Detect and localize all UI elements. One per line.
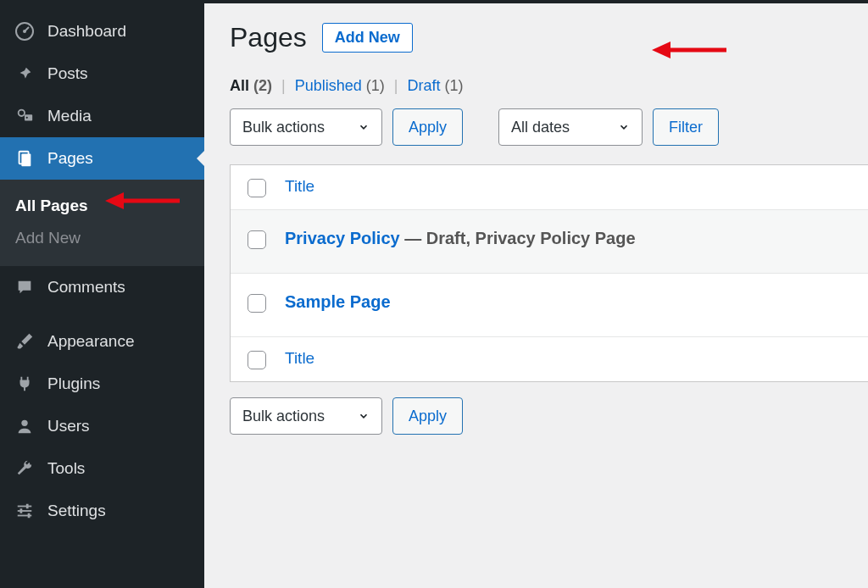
media-icon	[14, 105, 36, 127]
row-checkbox[interactable]	[248, 294, 266, 313]
submenu-item-all-pages[interactable]: All Pages	[0, 190, 204, 222]
pin-icon	[14, 63, 36, 85]
sidebar-item-label: Tools	[47, 459, 85, 478]
sidebar-item-comments[interactable]: Comments	[0, 266, 204, 308]
comment-icon	[14, 276, 36, 298]
table-footer-row: Title	[231, 337, 868, 381]
active-marker	[197, 150, 205, 167]
submenu-item-add-new[interactable]: Add New	[0, 222, 204, 254]
chevron-down-icon	[358, 121, 370, 133]
filter-draft[interactable]: Draft (1)	[408, 77, 464, 94]
sidebar-item-label: Media	[47, 107, 92, 125]
select-label: All dates	[511, 119, 570, 136]
filter-all[interactable]: All (2)	[230, 77, 272, 94]
svg-rect-12	[20, 508, 23, 513]
row-title-link[interactable]: Privacy Policy	[285, 229, 400, 247]
svg-point-4	[26, 117, 28, 119]
sidebar-item-label: Pages	[47, 149, 93, 168]
svg-rect-11	[26, 504, 29, 509]
svg-rect-3	[25, 114, 32, 120]
select-label: Bulk actions	[242, 119, 325, 136]
top-toolbar: Bulk actions Apply All dates Filter	[230, 108, 868, 146]
page-title: Pages	[230, 22, 307, 53]
svg-rect-9	[18, 510, 32, 512]
date-filter-select[interactable]: All dates	[498, 108, 643, 146]
svg-rect-8	[18, 506, 32, 508]
svg-point-1	[23, 30, 26, 33]
sidebar-item-label: Appearance	[47, 332, 134, 351]
bulk-actions-select[interactable]: Bulk actions	[230, 397, 382, 435]
sidebar-item-pages[interactable]: Pages	[0, 137, 204, 180]
filter-published[interactable]: Published (1)	[295, 77, 385, 94]
select-label: Bulk actions	[242, 408, 325, 425]
pages-icon	[14, 147, 36, 169]
wrench-icon	[14, 458, 36, 480]
user-icon	[14, 415, 36, 437]
sidebar-item-label: Plugins	[47, 374, 100, 393]
sidebar-item-media[interactable]: Media	[0, 95, 204, 137]
apply-button[interactable]: Apply	[392, 108, 463, 146]
chevron-down-icon	[618, 121, 630, 133]
chevron-down-icon	[358, 410, 370, 422]
pages-table: Title Privacy Policy — Draft, Privacy Po…	[230, 164, 868, 382]
add-new-button[interactable]: Add New	[322, 23, 413, 53]
sidebar-item-label: Posts	[47, 64, 88, 83]
annotation-arrow	[652, 37, 728, 63]
sidebar-item-plugins[interactable]: Plugins	[0, 363, 204, 405]
filter-button[interactable]: Filter	[653, 108, 719, 146]
table-row: Privacy Policy — Draft, Privacy Policy P…	[231, 210, 868, 274]
row-checkbox[interactable]	[248, 230, 266, 249]
svg-rect-6	[21, 154, 31, 167]
svg-point-2	[19, 110, 25, 116]
sliders-icon	[14, 500, 36, 522]
svg-point-7	[21, 420, 27, 426]
sidebar-item-label: Dashboard	[47, 22, 126, 41]
sidebar-item-users[interactable]: Users	[0, 405, 204, 447]
sidebar-item-label: Comments	[47, 278, 125, 297]
row-content: Sample Page	[285, 292, 391, 312]
admin-sidebar: Dashboard Posts Media Pages All Pages Ad…	[0, 3, 204, 588]
column-header-title[interactable]: Title	[285, 177, 314, 196]
sidebar-item-dashboard[interactable]: Dashboard	[0, 10, 204, 53]
sidebar-item-posts[interactable]: Posts	[0, 53, 204, 95]
select-all-checkbox[interactable]	[248, 179, 266, 197]
sidebar-item-label: Settings	[47, 502, 106, 520]
svg-rect-13	[28, 513, 31, 519]
column-header-title[interactable]: Title	[285, 349, 314, 368]
row-status: — Draft, Privacy Policy Page	[400, 229, 636, 247]
main-content: Pages Add New All (2) | Published (1) | …	[204, 3, 868, 588]
apply-button[interactable]: Apply	[392, 397, 463, 435]
sidebar-item-settings[interactable]: Settings	[0, 490, 204, 532]
bulk-actions-select[interactable]: Bulk actions	[230, 108, 382, 146]
bottom-toolbar: Bulk actions Apply	[230, 397, 868, 435]
select-all-checkbox[interactable]	[248, 351, 266, 369]
dashboard-icon	[14, 20, 36, 42]
status-filters: All (2) | Published (1) | Draft (1)	[230, 77, 868, 95]
sidebar-submenu: All Pages Add New	[0, 180, 204, 266]
row-title-link[interactable]: Sample Page	[285, 292, 391, 311]
plug-icon	[14, 373, 36, 395]
table-header-row: Title	[231, 165, 868, 210]
sidebar-item-label: Users	[47, 417, 90, 435]
sidebar-item-tools[interactable]: Tools	[0, 447, 204, 490]
sidebar-item-appearance[interactable]: Appearance	[0, 320, 204, 363]
brush-icon	[14, 330, 36, 352]
page-header: Pages Add New	[230, 22, 868, 53]
row-content: Privacy Policy — Draft, Privacy Policy P…	[285, 229, 636, 248]
table-row: Sample Page	[231, 274, 868, 337]
